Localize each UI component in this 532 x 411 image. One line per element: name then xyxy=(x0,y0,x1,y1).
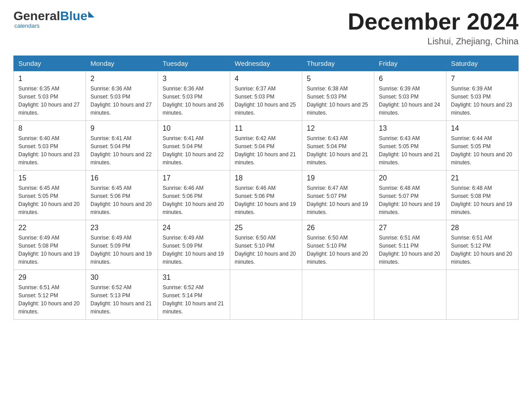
header-wednesday: Wednesday xyxy=(230,56,302,71)
table-row: 2 Sunrise: 6:36 AM Sunset: 5:03 PM Dayli… xyxy=(86,71,158,121)
day-number: 18 xyxy=(235,174,297,182)
day-number: 24 xyxy=(163,224,225,232)
table-row: 1 Sunrise: 6:35 AM Sunset: 5:03 PM Dayli… xyxy=(14,71,86,121)
table-row: 11 Sunrise: 6:42 AM Sunset: 5:04 PM Dayl… xyxy=(230,121,302,171)
calendar-week-row: 8 Sunrise: 6:40 AM Sunset: 5:03 PM Dayli… xyxy=(14,121,519,171)
day-number: 26 xyxy=(307,224,369,232)
day-number: 31 xyxy=(163,274,225,282)
table-row: 3 Sunrise: 6:36 AM Sunset: 5:03 PM Dayli… xyxy=(158,71,230,121)
day-number: 3 xyxy=(163,75,225,83)
day-info: Sunrise: 6:49 AM Sunset: 5:08 PM Dayligh… xyxy=(18,234,81,266)
day-info: Sunrise: 6:35 AM Sunset: 5:03 PM Dayligh… xyxy=(18,85,81,117)
logo-blue-text: Blue xyxy=(60,9,87,23)
day-number: 25 xyxy=(235,224,297,232)
day-number: 11 xyxy=(235,124,297,133)
day-info: Sunrise: 6:41 AM Sunset: 5:04 PM Dayligh… xyxy=(163,134,225,167)
logo: General Blue calendars xyxy=(13,9,94,29)
day-info: Sunrise: 6:41 AM Sunset: 5:04 PM Dayligh… xyxy=(90,134,153,167)
day-info: Sunrise: 6:46 AM Sunset: 5:06 PM Dayligh… xyxy=(163,184,225,216)
calendar-week-row: 1 Sunrise: 6:35 AM Sunset: 5:03 PM Dayli… xyxy=(14,71,519,121)
page-header: General Blue calendars December 2024 Lis… xyxy=(13,9,519,47)
logo-subtitle: calendars xyxy=(14,22,39,29)
location-text: Lishui, Zhejiang, China xyxy=(348,36,519,47)
day-number: 30 xyxy=(90,274,153,282)
table-row: 28 Sunrise: 6:51 AM Sunset: 5:12 PM Dayl… xyxy=(446,220,519,270)
table-row: 6 Sunrise: 6:39 AM Sunset: 5:03 PM Dayli… xyxy=(374,71,446,121)
table-row xyxy=(446,270,519,320)
table-row: 25 Sunrise: 6:50 AM Sunset: 5:10 PM Dayl… xyxy=(230,220,302,270)
table-row: 22 Sunrise: 6:49 AM Sunset: 5:08 PM Dayl… xyxy=(14,220,86,270)
header-saturday: Saturday xyxy=(446,56,519,71)
table-row xyxy=(302,270,374,320)
calendar-week-row: 15 Sunrise: 6:45 AM Sunset: 5:05 PM Dayl… xyxy=(14,171,519,220)
day-number: 9 xyxy=(90,124,153,133)
day-number: 27 xyxy=(379,224,442,232)
header-sunday: Sunday xyxy=(14,56,86,71)
calendar-week-row: 22 Sunrise: 6:49 AM Sunset: 5:08 PM Dayl… xyxy=(14,220,519,270)
day-number: 5 xyxy=(307,75,369,83)
day-info: Sunrise: 6:36 AM Sunset: 5:03 PM Dayligh… xyxy=(163,85,225,117)
header-thursday: Thursday xyxy=(302,56,374,71)
table-row: 31 Sunrise: 6:52 AM Sunset: 5:14 PM Dayl… xyxy=(158,270,230,320)
logo-triangle-icon xyxy=(88,11,94,17)
logo-blue-part: Blue xyxy=(60,9,94,23)
table-row: 10 Sunrise: 6:41 AM Sunset: 5:04 PM Dayl… xyxy=(158,121,230,171)
day-info: Sunrise: 6:43 AM Sunset: 5:04 PM Dayligh… xyxy=(307,134,369,167)
day-number: 16 xyxy=(90,174,153,182)
day-info: Sunrise: 6:48 AM Sunset: 5:08 PM Dayligh… xyxy=(451,184,514,216)
table-row xyxy=(374,270,446,320)
table-row: 12 Sunrise: 6:43 AM Sunset: 5:04 PM Dayl… xyxy=(302,121,374,171)
day-info: Sunrise: 6:44 AM Sunset: 5:05 PM Dayligh… xyxy=(451,134,514,167)
day-number: 10 xyxy=(163,124,225,133)
table-row: 26 Sunrise: 6:50 AM Sunset: 5:10 PM Dayl… xyxy=(302,220,374,270)
day-number: 4 xyxy=(235,75,297,83)
day-number: 8 xyxy=(18,124,81,133)
day-number: 20 xyxy=(379,174,442,182)
table-row: 15 Sunrise: 6:45 AM Sunset: 5:05 PM Dayl… xyxy=(14,171,86,220)
day-number: 6 xyxy=(379,75,442,83)
day-info: Sunrise: 6:45 AM Sunset: 5:06 PM Dayligh… xyxy=(90,184,153,216)
day-info: Sunrise: 6:36 AM Sunset: 5:03 PM Dayligh… xyxy=(90,85,153,117)
table-row xyxy=(230,270,302,320)
table-row: 20 Sunrise: 6:48 AM Sunset: 5:07 PM Dayl… xyxy=(374,171,446,220)
logo-general-text: General xyxy=(13,9,60,23)
day-info: Sunrise: 6:38 AM Sunset: 5:03 PM Dayligh… xyxy=(307,85,369,117)
day-info: Sunrise: 6:46 AM Sunset: 5:06 PM Dayligh… xyxy=(235,184,297,216)
calendar-header-row: Sunday Monday Tuesday Wednesday Thursday… xyxy=(14,56,519,71)
table-row: 13 Sunrise: 6:43 AM Sunset: 5:05 PM Dayl… xyxy=(374,121,446,171)
table-row: 5 Sunrise: 6:38 AM Sunset: 5:03 PM Dayli… xyxy=(302,71,374,121)
table-row: 30 Sunrise: 6:52 AM Sunset: 5:13 PM Dayl… xyxy=(86,270,158,320)
day-number: 1 xyxy=(18,75,81,83)
day-number: 22 xyxy=(18,224,81,232)
day-number: 13 xyxy=(379,124,442,133)
day-number: 2 xyxy=(90,75,153,83)
day-info: Sunrise: 6:40 AM Sunset: 5:03 PM Dayligh… xyxy=(18,134,81,167)
table-row: 29 Sunrise: 6:51 AM Sunset: 5:12 PM Dayl… xyxy=(14,270,86,320)
table-row: 19 Sunrise: 6:47 AM Sunset: 5:07 PM Dayl… xyxy=(302,171,374,220)
day-number: 15 xyxy=(18,174,81,182)
calendar-table: Sunday Monday Tuesday Wednesday Thursday… xyxy=(13,56,519,320)
day-number: 21 xyxy=(451,174,514,182)
table-row: 9 Sunrise: 6:41 AM Sunset: 5:04 PM Dayli… xyxy=(86,121,158,171)
day-number: 19 xyxy=(307,174,369,182)
table-row: 21 Sunrise: 6:48 AM Sunset: 5:08 PM Dayl… xyxy=(446,171,519,220)
day-number: 12 xyxy=(307,124,369,133)
title-section: December 2024 Lishui, Zhejiang, China xyxy=(348,9,519,47)
header-friday: Friday xyxy=(374,56,446,71)
month-title: December 2024 xyxy=(348,9,519,34)
day-info: Sunrise: 6:52 AM Sunset: 5:13 PM Dayligh… xyxy=(90,283,153,316)
day-info: Sunrise: 6:37 AM Sunset: 5:03 PM Dayligh… xyxy=(235,85,297,117)
day-number: 28 xyxy=(451,224,514,232)
day-info: Sunrise: 6:42 AM Sunset: 5:04 PM Dayligh… xyxy=(235,134,297,167)
day-number: 23 xyxy=(90,224,153,232)
table-row: 24 Sunrise: 6:49 AM Sunset: 5:09 PM Dayl… xyxy=(158,220,230,270)
day-info: Sunrise: 6:50 AM Sunset: 5:10 PM Dayligh… xyxy=(235,234,297,266)
day-info: Sunrise: 6:52 AM Sunset: 5:14 PM Dayligh… xyxy=(163,283,225,316)
day-info: Sunrise: 6:49 AM Sunset: 5:09 PM Dayligh… xyxy=(163,234,225,266)
day-number: 7 xyxy=(451,75,514,83)
day-info: Sunrise: 6:50 AM Sunset: 5:10 PM Dayligh… xyxy=(307,234,369,266)
day-info: Sunrise: 6:45 AM Sunset: 5:05 PM Dayligh… xyxy=(18,184,81,216)
day-info: Sunrise: 6:39 AM Sunset: 5:03 PM Dayligh… xyxy=(379,85,442,117)
table-row: 4 Sunrise: 6:37 AM Sunset: 5:03 PM Dayli… xyxy=(230,71,302,121)
day-number: 17 xyxy=(163,174,225,182)
